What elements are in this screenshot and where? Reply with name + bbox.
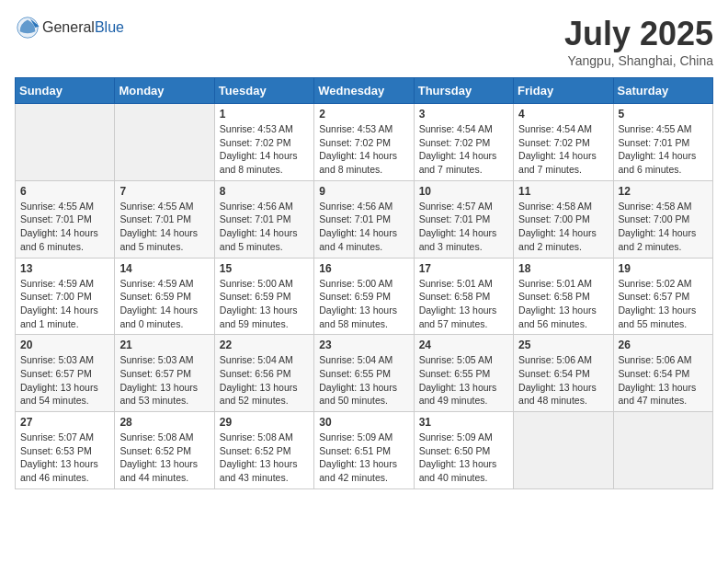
day-number: 24 [419,339,508,351]
day-info: Sunrise: 4:56 AMSunset: 7:01 PMDaylight:… [220,200,309,254]
day-number: 23 [319,339,408,351]
day-number: 2 [319,108,408,121]
calendar-cell: 11Sunrise: 4:58 AMSunset: 7:00 PMDayligh… [514,180,613,258]
day-number: 16 [319,262,408,275]
calendar-week-row: 6Sunrise: 4:55 AMSunset: 7:01 PMDaylight… [16,180,713,258]
day-info: Sunrise: 5:07 AMSunset: 6:53 PMDaylight:… [20,431,109,485]
calendar-cell: 3Sunrise: 4:54 AMSunset: 7:02 PMDaylight… [414,104,513,181]
day-number: 21 [119,339,209,351]
calendar-cell: 25Sunrise: 5:06 AMSunset: 6:54 PMDayligh… [514,335,613,412]
page-header: GeneralBlue July 2025 Yangpu, Shanghai, … [15,15,713,68]
day-number: 26 [619,339,708,351]
day-info: Sunrise: 4:59 AMSunset: 7:00 PMDaylight:… [20,277,109,331]
calendar-cell: 27Sunrise: 5:07 AMSunset: 6:53 PMDayligh… [16,412,115,489]
day-info: Sunrise: 5:05 AMSunset: 6:55 PMDaylight:… [419,353,508,408]
day-info: Sunrise: 5:09 AMSunset: 6:50 PMDaylight:… [419,431,508,485]
weekday-header: Sunday [16,78,115,104]
calendar-week-row: 13Sunrise: 4:59 AMSunset: 7:00 PMDayligh… [16,258,713,335]
day-info: Sunrise: 4:59 AMSunset: 6:59 PMDaylight:… [119,277,209,331]
calendar-cell: 2Sunrise: 4:53 AMSunset: 7:02 PMDaylight… [314,104,414,181]
day-number: 8 [220,185,309,198]
day-info: Sunrise: 5:01 AMSunset: 6:58 PMDaylight:… [419,277,508,331]
logo-icon [15,15,40,40]
calendar-cell: 24Sunrise: 5:05 AMSunset: 6:55 PMDayligh… [414,335,513,412]
calendar-cell: 28Sunrise: 5:08 AMSunset: 6:52 PMDayligh… [115,412,214,489]
day-info: Sunrise: 4:54 AMSunset: 7:02 PMDaylight:… [518,122,608,177]
day-info: Sunrise: 5:04 AMSunset: 6:56 PMDaylight:… [220,353,309,408]
day-info: Sunrise: 4:57 AMSunset: 7:01 PMDaylight:… [419,200,508,254]
day-number: 11 [518,185,608,198]
calendar-cell: 22Sunrise: 5:04 AMSunset: 6:56 PMDayligh… [214,335,313,412]
calendar-cell: 30Sunrise: 5:09 AMSunset: 6:51 PMDayligh… [314,412,414,489]
weekday-header: Monday [115,78,214,104]
weekday-header: Wednesday [314,78,414,104]
month-title: July 2025 [564,15,713,53]
day-info: Sunrise: 5:00 AMSunset: 6:59 PMDaylight:… [220,277,309,331]
day-info: Sunrise: 5:08 AMSunset: 6:52 PMDaylight:… [220,431,309,485]
day-info: Sunrise: 5:06 AMSunset: 6:54 PMDaylight:… [518,353,608,408]
day-number: 12 [619,185,708,198]
day-number: 14 [119,262,209,275]
calendar-cell: 5Sunrise: 4:55 AMSunset: 7:01 PMDaylight… [613,104,712,181]
day-info: Sunrise: 4:55 AMSunset: 7:01 PMDaylight:… [119,200,209,254]
calendar-week-row: 1Sunrise: 4:53 AMSunset: 7:02 PMDaylight… [16,104,713,181]
logo-text: GeneralBlue [42,19,124,36]
day-number: 1 [220,108,309,121]
day-info: Sunrise: 4:58 AMSunset: 7:00 PMDaylight:… [518,200,608,254]
calendar-cell: 7Sunrise: 4:55 AMSunset: 7:01 PMDaylight… [115,180,214,258]
day-number: 19 [619,262,708,275]
day-number: 6 [20,185,109,198]
day-info: Sunrise: 5:04 AMSunset: 6:55 PMDaylight:… [319,353,408,408]
calendar-cell: 16Sunrise: 5:00 AMSunset: 6:59 PMDayligh… [314,258,414,335]
calendar-cell: 14Sunrise: 4:59 AMSunset: 6:59 PMDayligh… [115,258,214,335]
day-info: Sunrise: 4:53 AMSunset: 7:02 PMDaylight:… [319,122,408,177]
day-info: Sunrise: 5:02 AMSunset: 6:57 PMDaylight:… [619,277,708,331]
weekday-header: Friday [514,78,613,104]
title-block: July 2025 Yangpu, Shanghai, China [564,15,713,68]
calendar-cell: 9Sunrise: 4:56 AMSunset: 7:01 PMDaylight… [314,180,414,258]
weekday-header: Tuesday [214,78,313,104]
day-number: 5 [619,108,708,121]
day-number: 29 [220,416,309,429]
calendar-cell: 29Sunrise: 5:08 AMSunset: 6:52 PMDayligh… [214,412,313,489]
calendar-cell: 8Sunrise: 4:56 AMSunset: 7:01 PMDaylight… [214,180,313,258]
logo-general: General [42,19,95,35]
calendar-cell: 26Sunrise: 5:06 AMSunset: 6:54 PMDayligh… [613,335,712,412]
calendar-cell [16,104,115,181]
day-info: Sunrise: 5:06 AMSunset: 6:54 PMDaylight:… [619,353,708,408]
calendar-cell: 19Sunrise: 5:02 AMSunset: 6:57 PMDayligh… [613,258,712,335]
day-number: 27 [20,416,109,429]
day-info: Sunrise: 4:53 AMSunset: 7:02 PMDaylight:… [220,122,309,177]
logo: GeneralBlue [15,15,124,40]
calendar-cell: 6Sunrise: 4:55 AMSunset: 7:01 PMDaylight… [16,180,115,258]
weekday-header: Thursday [414,78,513,104]
calendar-cell: 17Sunrise: 5:01 AMSunset: 6:58 PMDayligh… [414,258,513,335]
calendar-cell: 15Sunrise: 5:00 AMSunset: 6:59 PMDayligh… [214,258,313,335]
logo-blue: Blue [95,19,124,35]
calendar-cell: 13Sunrise: 4:59 AMSunset: 7:00 PMDayligh… [16,258,115,335]
calendar-cell [613,412,712,489]
day-info: Sunrise: 5:08 AMSunset: 6:52 PMDaylight:… [119,431,209,485]
day-number: 7 [119,185,209,198]
day-number: 4 [518,108,608,121]
weekday-header: Saturday [613,78,712,104]
day-number: 20 [20,339,109,351]
day-info: Sunrise: 4:58 AMSunset: 7:00 PMDaylight:… [619,200,708,254]
calendar-cell: 1Sunrise: 4:53 AMSunset: 7:02 PMDaylight… [214,104,313,181]
day-number: 17 [419,262,508,275]
calendar-cell: 4Sunrise: 4:54 AMSunset: 7:02 PMDaylight… [514,104,613,181]
calendar-cell: 18Sunrise: 5:01 AMSunset: 6:58 PMDayligh… [514,258,613,335]
day-number: 28 [119,416,209,429]
calendar-cell: 23Sunrise: 5:04 AMSunset: 6:55 PMDayligh… [314,335,414,412]
day-info: Sunrise: 4:56 AMSunset: 7:01 PMDaylight:… [319,200,408,254]
day-info: Sunrise: 5:01 AMSunset: 6:58 PMDaylight:… [518,277,608,331]
day-info: Sunrise: 5:03 AMSunset: 6:57 PMDaylight:… [119,353,209,408]
day-info: Sunrise: 4:54 AMSunset: 7:02 PMDaylight:… [419,122,508,177]
day-info: Sunrise: 4:55 AMSunset: 7:01 PMDaylight:… [20,200,109,254]
day-number: 13 [20,262,109,275]
calendar-cell: 10Sunrise: 4:57 AMSunset: 7:01 PMDayligh… [414,180,513,258]
location: Yangpu, Shanghai, China [564,53,713,68]
day-number: 15 [220,262,309,275]
day-number: 18 [518,262,608,275]
day-number: 31 [419,416,508,429]
